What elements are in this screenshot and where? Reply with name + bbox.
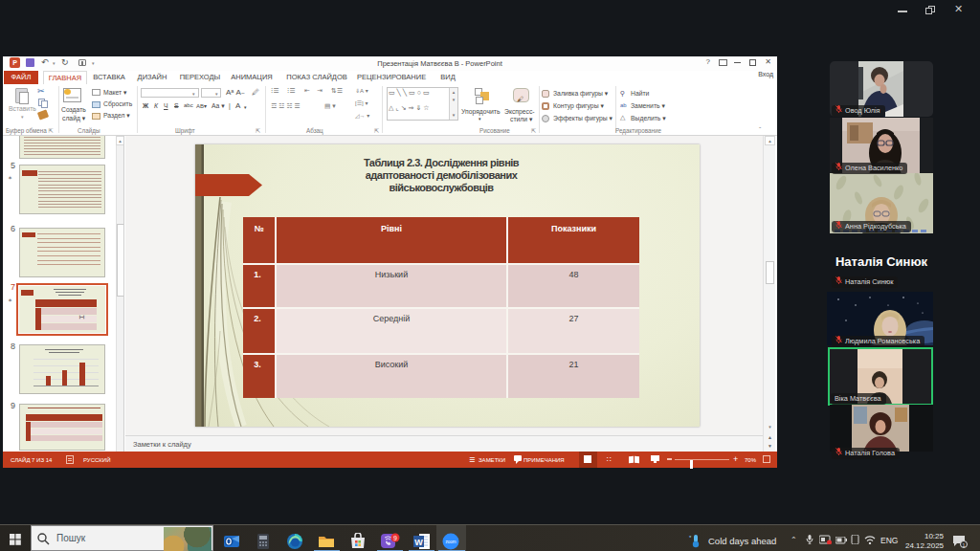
- svg-text:*: *: [689, 535, 692, 540]
- svg-text:W: W: [414, 538, 423, 547]
- svg-text:9: 9: [393, 535, 397, 541]
- svg-text:zoom: zoom: [445, 540, 456, 544]
